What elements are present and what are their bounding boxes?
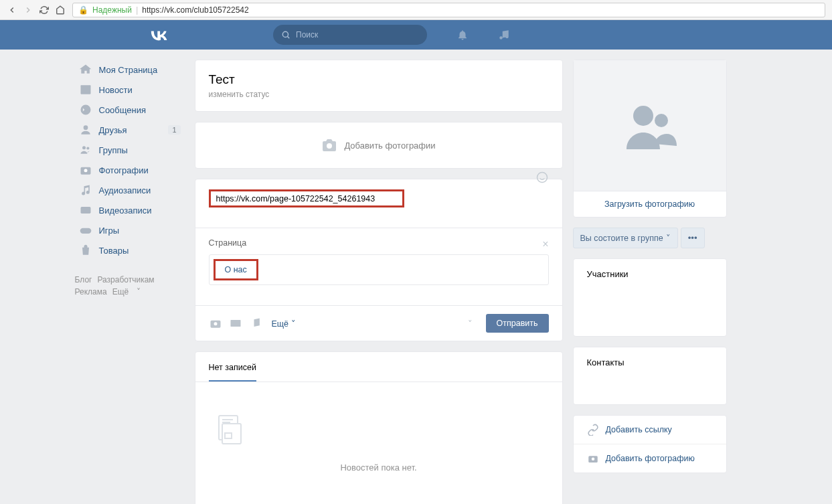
add-photos-card[interactable]: Добавить фотографии xyxy=(195,122,563,169)
secure-label: Надежный xyxy=(92,5,132,15)
post-compose: × Страница О нас Ещё ˅ ˅ Отправить xyxy=(195,179,563,341)
nav-friends[interactable]: Друзья1 xyxy=(75,120,185,140)
svg-point-9 xyxy=(537,173,547,183)
nav-news[interactable]: Новости xyxy=(75,80,185,100)
search-box[interactable] xyxy=(273,25,427,45)
footer-links: БлогРазработчикам РекламаЕщё ˅ xyxy=(75,274,185,298)
svg-point-19 xyxy=(655,114,668,127)
music-icon[interactable] xyxy=(498,29,510,41)
svg-point-4 xyxy=(86,147,89,149)
svg-point-0 xyxy=(282,31,288,37)
camera-icon[interactable] xyxy=(209,317,222,330)
nav-groups[interactable]: Группы xyxy=(75,140,185,160)
member-button[interactable]: Вы состоите в группе ˅ xyxy=(573,228,678,248)
add-link[interactable]: Добавить ссылку xyxy=(574,416,726,444)
forward-icon[interactable] xyxy=(23,5,33,15)
address-bar[interactable]: 🔒 Надежный | https://vk.com/club10572254… xyxy=(72,3,825,17)
vk-logo[interactable] xyxy=(149,29,175,41)
nav-my-page[interactable]: Моя Страница xyxy=(75,60,185,80)
nav-audio[interactable]: Аудиозаписи xyxy=(75,180,185,200)
svg-point-11 xyxy=(214,322,217,325)
group-title: Тест xyxy=(209,72,549,87)
svg-rect-1 xyxy=(80,85,90,94)
svg-point-21 xyxy=(591,458,594,461)
news-icon xyxy=(79,83,92,96)
bell-icon[interactable] xyxy=(456,29,469,41)
groups-icon xyxy=(79,143,92,157)
back-icon[interactable] xyxy=(7,5,17,15)
footer-ads[interactable]: Реклама xyxy=(75,287,107,297)
reload-icon[interactable] xyxy=(39,5,50,15)
emoji-icon[interactable] xyxy=(535,171,549,184)
footer-more[interactable]: Ещё ˅ xyxy=(112,287,141,297)
nav-video[interactable]: Видеозаписи xyxy=(75,200,185,220)
nav-photos[interactable]: Фотографии xyxy=(75,160,185,180)
footer-blog[interactable]: Блог xyxy=(75,275,92,284)
send-button[interactable]: Отправить xyxy=(486,314,549,333)
empty-text: Новостей пока нет. xyxy=(209,463,549,473)
nav-goods[interactable]: Товары xyxy=(75,240,185,260)
camera-icon xyxy=(321,137,337,153)
post-input-highlight xyxy=(209,189,404,207)
no-posts-card: Нет записей Новостей пока нет. xyxy=(195,351,563,504)
camera-icon xyxy=(79,163,92,177)
empty-icon xyxy=(209,409,549,449)
audio-icon xyxy=(79,183,92,197)
svg-rect-8 xyxy=(80,228,91,234)
message-icon xyxy=(79,103,92,116)
people-icon xyxy=(620,99,680,153)
group-header-card: Тест изменить статус xyxy=(195,60,563,112)
post-input[interactable] xyxy=(216,194,397,203)
nav-messages[interactable]: Сообщения xyxy=(75,100,185,120)
nav-games[interactable]: Игры xyxy=(75,220,185,240)
members-title: Участники xyxy=(587,269,629,279)
attach-box: О нас xyxy=(209,254,549,285)
group-status[interactable]: изменить статус xyxy=(209,90,549,99)
friends-count: 1 xyxy=(168,125,180,135)
contacts-card: Контакты xyxy=(573,347,727,405)
more-button[interactable]: ••• xyxy=(681,228,705,248)
search-input[interactable] xyxy=(296,30,419,39)
close-icon[interactable]: × xyxy=(542,238,548,250)
url-text: https://vk.com/club105722542 xyxy=(142,5,248,15)
vk-header xyxy=(0,20,832,50)
camera-icon xyxy=(587,452,599,465)
svg-point-6 xyxy=(84,169,87,172)
svg-rect-7 xyxy=(80,207,90,214)
svg-point-3 xyxy=(82,146,86,149)
attach-item[interactable]: О нас xyxy=(214,259,258,280)
membership-row: Вы состоите в группе ˅ ••• xyxy=(573,228,727,248)
svg-rect-12 xyxy=(230,320,240,327)
add-photos-label: Добавить фотографии xyxy=(344,141,435,151)
browser-toolbar: 🔒 Надежный | https://vk.com/club10572254… xyxy=(0,0,832,20)
tab-no-posts[interactable]: Нет записей xyxy=(209,363,256,382)
video-icon[interactable] xyxy=(229,317,242,330)
link-icon xyxy=(587,424,599,436)
upload-photo-link[interactable]: Загрузить фотографию xyxy=(574,191,726,217)
left-nav: Моя Страница Новости Сообщения Друзья1 Г… xyxy=(75,60,185,504)
svg-point-18 xyxy=(633,106,653,126)
actions-card: Добавить ссылку Добавить фотографию xyxy=(573,415,727,473)
more-link[interactable]: Ещё ˅ xyxy=(272,319,296,329)
friends-icon xyxy=(79,123,92,137)
lock-icon: 🔒 xyxy=(78,5,88,15)
contacts-title: Контакты xyxy=(587,357,625,367)
audio-icon[interactable] xyxy=(249,317,262,330)
goods-icon xyxy=(79,244,92,257)
group-photo-card: Загрузить фотографию xyxy=(573,60,727,218)
photo-placeholder xyxy=(574,60,726,191)
games-icon xyxy=(79,224,92,237)
chevron-down-icon[interactable]: ˅ xyxy=(468,319,473,329)
home-icon[interactable] xyxy=(55,5,66,15)
attach-label: Страница xyxy=(209,238,549,248)
svg-point-2 xyxy=(83,125,88,130)
video-icon xyxy=(79,203,92,217)
footer-dev[interactable]: Разработчикам xyxy=(97,275,154,284)
add-photo[interactable]: Добавить фотографию xyxy=(574,444,726,473)
chevron-down-icon: ˅ xyxy=(666,233,671,243)
home-icon xyxy=(79,63,92,76)
members-card: Участники xyxy=(573,258,727,337)
search-icon xyxy=(281,30,290,39)
